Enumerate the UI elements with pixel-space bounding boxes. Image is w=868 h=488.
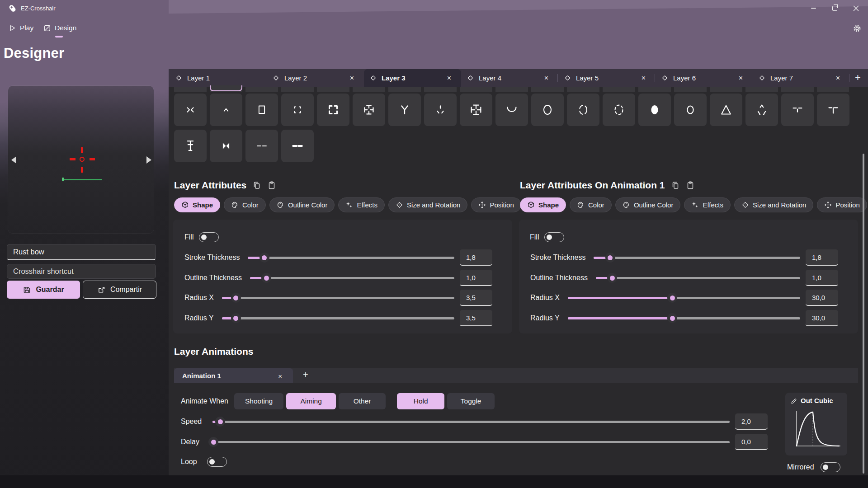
shape-rectangle-button[interactable]	[245, 94, 278, 126]
radius-y-slider[interactable]	[568, 317, 800, 319]
shape-dashed-circle-fine-button[interactable]	[603, 94, 635, 126]
tab-shape[interactable]: Shape	[520, 197, 566, 212]
mode-hold-button[interactable]: Hold	[397, 393, 444, 409]
layer-tab-7[interactable]: Layer 7 ×	[753, 69, 850, 87]
copy-attributes-button[interactable]	[252, 181, 261, 190]
radius-x-value[interactable]: 3,5	[460, 290, 492, 306]
outline-thickness-value[interactable]: 1,0	[460, 270, 492, 286]
copy-attributes-button[interactable]	[671, 181, 680, 190]
shape-triangle-button[interactable]	[710, 94, 742, 126]
shape-triangle-corners-button[interactable]	[745, 94, 778, 126]
slider-thumb[interactable]	[605, 253, 615, 263]
layer-tab-3[interactable]: Layer 3 ×	[364, 69, 461, 87]
slider-thumb[interactable]	[667, 293, 677, 303]
slider-thumb[interactable]	[261, 273, 271, 283]
shape-inverted-y-button[interactable]	[388, 94, 421, 126]
animation-tab-1[interactable]: Animation 1 ×	[174, 368, 293, 383]
restore-button[interactable]	[827, 3, 842, 14]
tab-outline-color[interactable]: Outline Color	[269, 197, 335, 212]
outline-thickness-slider[interactable]	[250, 277, 454, 279]
slider-thumb[interactable]	[231, 313, 241, 323]
speed-slider[interactable]	[212, 421, 730, 423]
stroke-thickness-slider[interactable]	[594, 257, 800, 259]
shape-dashes-with-stem-button[interactable]	[817, 94, 849, 126]
layer-tab-6[interactable]: Layer 6 ×	[656, 69, 753, 87]
close-icon[interactable]: ×	[447, 75, 451, 82]
slider-thumb[interactable]	[231, 293, 241, 303]
delay-value[interactable]: 0,0	[735, 434, 768, 450]
vertical-scrollbar[interactable]	[863, 154, 864, 474]
save-button[interactable]: Guardar	[7, 281, 80, 299]
shape-double-dash-thin-button[interactable]	[245, 130, 278, 162]
shape-selected-partial[interactable]	[210, 85, 242, 91]
tab-size-rotation[interactable]: Size and Rotation	[734, 197, 813, 212]
shape-t-cross-button[interactable]	[353, 94, 385, 126]
stroke-thickness-value[interactable]: 1,8	[806, 249, 838, 266]
minimize-button[interactable]	[806, 3, 821, 14]
preview-prev-arrow[interactable]	[11, 156, 16, 164]
tab-shape[interactable]: Shape	[174, 197, 220, 212]
layer-tab-5[interactable]: Layer 5 ×	[558, 69, 656, 87]
fill-toggle[interactable]	[199, 232, 219, 242]
outline-thickness-slider[interactable]	[596, 277, 800, 279]
close-icon[interactable]: ×	[642, 75, 646, 82]
shape-ellipse-small-button[interactable]	[674, 94, 707, 126]
radius-x-slider[interactable]	[222, 297, 454, 299]
loop-toggle[interactable]	[207, 457, 227, 467]
pencil-icon[interactable]	[790, 397, 798, 404]
tab-position[interactable]: Position	[817, 197, 867, 212]
delay-slider[interactable]	[212, 441, 730, 443]
trigger-shooting-button[interactable]: Shooting	[234, 393, 283, 409]
trigger-aiming-button[interactable]: Aiming	[286, 393, 336, 409]
layer-tab-2[interactable]: Layer 2 ×	[267, 69, 364, 87]
layer-tab-4[interactable]: Layer 4 ×	[461, 69, 558, 87]
outline-thickness-value[interactable]: 1,0	[806, 270, 838, 286]
close-window-button[interactable]	[848, 3, 863, 14]
stroke-thickness-slider[interactable]	[248, 257, 454, 259]
slider-thumb[interactable]	[208, 437, 218, 447]
shape-chevron-up-button[interactable]	[210, 94, 242, 126]
tab-position[interactable]: Position	[471, 197, 521, 212]
tab-color[interactable]: Color	[224, 197, 266, 212]
radius-y-value[interactable]: 3,5	[460, 310, 492, 326]
mode-toggle-button[interactable]: Toggle	[447, 393, 495, 409]
shape-double-dash-bold-button[interactable]	[281, 130, 314, 162]
shape-dashes-with-stub-button[interactable]	[781, 94, 814, 126]
mirrored-toggle[interactable]	[821, 462, 840, 472]
close-icon[interactable]: ×	[836, 75, 840, 82]
shape-inward-triangles-button[interactable]	[210, 130, 242, 162]
layer-tab-1[interactable]: Layer 1	[170, 69, 267, 87]
trigger-other-button[interactable]: Other	[339, 393, 386, 409]
paste-attributes-button[interactable]	[267, 181, 276, 190]
slider-thumb[interactable]	[607, 273, 617, 283]
close-icon[interactable]: ×	[739, 75, 743, 82]
shape-sight-post-button[interactable]	[174, 130, 207, 162]
shape-corners-small-button[interactable]	[281, 94, 314, 126]
easing-editor[interactable]: Out Cubic	[785, 393, 847, 455]
shape-three-ticks-button[interactable]	[424, 94, 457, 126]
radius-y-slider[interactable]	[222, 317, 454, 319]
crosshair-shortcut-input[interactable]	[7, 264, 156, 279]
radius-y-value[interactable]: 30,0	[806, 310, 838, 326]
tab-effects[interactable]: Effects	[338, 197, 385, 212]
slider-thumb[interactable]	[259, 253, 269, 263]
preview-next-arrow[interactable]	[146, 156, 151, 164]
crosshair-name-input[interactable]	[7, 244, 156, 260]
stroke-thickness-value[interactable]: 1,8	[460, 249, 492, 266]
shape-dashed-circle-quarters-button[interactable]	[567, 94, 599, 126]
slider-thumb[interactable]	[667, 313, 677, 323]
radius-x-value[interactable]: 30,0	[806, 290, 838, 306]
shape-inward-chevrons-button[interactable]	[174, 94, 207, 126]
close-icon[interactable]: ×	[350, 75, 354, 82]
tab-size-rotation[interactable]: Size and Rotation	[388, 197, 467, 212]
tab-outline-color[interactable]: Outline Color	[615, 197, 681, 212]
radius-x-slider[interactable]	[568, 297, 800, 299]
nav-design[interactable]: Design	[43, 24, 76, 32]
share-button[interactable]: Compartir	[83, 281, 156, 299]
shape-t-cross-tall-button[interactable]	[460, 94, 492, 126]
tab-effects[interactable]: Effects	[684, 197, 731, 212]
slider-thumb[interactable]	[215, 417, 225, 427]
shape-ellipse-outline-button[interactable]	[531, 94, 564, 126]
nav-play[interactable]: Play	[9, 24, 33, 32]
fill-toggle[interactable]	[544, 232, 564, 242]
